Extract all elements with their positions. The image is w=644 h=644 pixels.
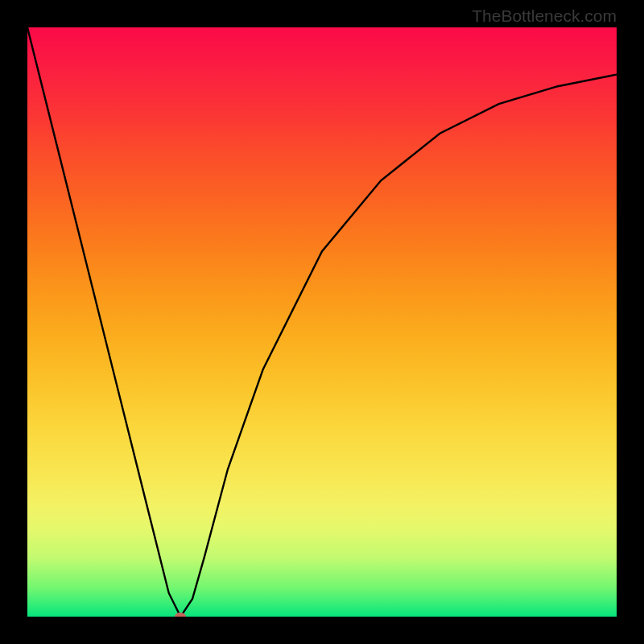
curve-svg — [27, 27, 617, 617]
bottleneck-curve-path — [27, 27, 617, 617]
attribution-text: TheBottleneck.com — [472, 6, 617, 26]
chart-area — [27, 27, 617, 617]
vertex-marker — [175, 613, 186, 617]
chart-frame: TheBottleneck.com — [0, 0, 644, 644]
